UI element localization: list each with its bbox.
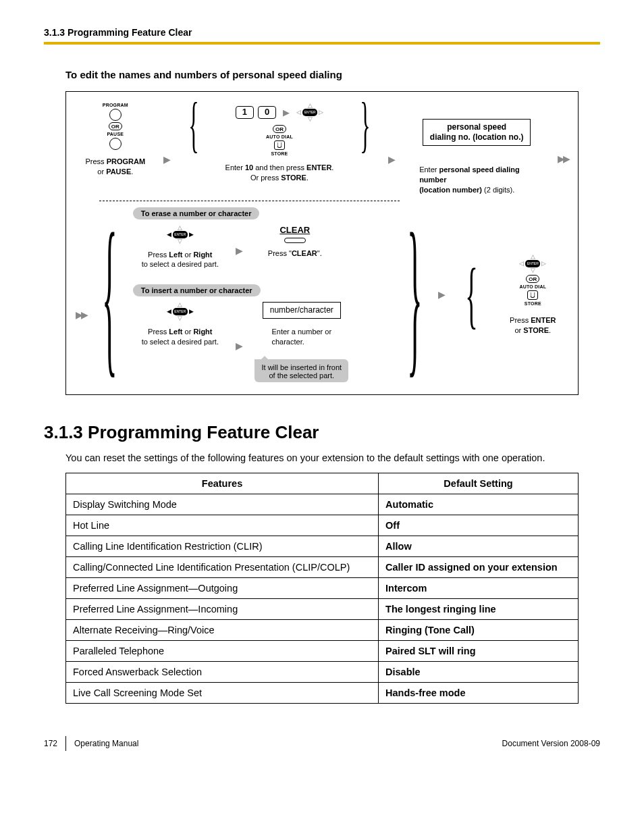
features-table: Features Default Setting Display Switchi… [65, 473, 579, 704]
store-button-icon [527, 290, 538, 300]
or-pill-icon: OR [526, 275, 539, 283]
cap2g: STORE [281, 174, 306, 182]
autodial-label: AUTO DIAL [519, 284, 546, 289]
feature-cell: Alternate Receiving—Ring/Voice [66, 619, 379, 640]
key-1: 1 [236, 106, 254, 118]
personal-speed-box: personal speeddialing no. (location no.) [423, 119, 531, 146]
feature-cell: Calling Line Identification Restriction … [66, 536, 379, 556]
cap3c: (location number) [419, 186, 482, 194]
default-cell: Caller ID assigned on your extension [379, 556, 579, 577]
store-label: STORE [525, 301, 541, 306]
arrow-icon: ▶ [163, 154, 171, 165]
arrow-icon: ▶ [438, 289, 446, 300]
feature-cell: Preferred Line Assignment—Incoming [66, 598, 379, 619]
pause-button-icon [109, 138, 122, 150]
insert-note: It will be inserted in frontof the selec… [254, 359, 348, 382]
store-button-icon [274, 140, 285, 150]
default-cell: The longest ringing line [379, 598, 579, 619]
default-cell: Ringing (Tone Call) [379, 619, 579, 640]
arrow-icon: ▶▶ [558, 153, 568, 164]
table-row: Live Call Screening Mode SetHands-free m… [66, 682, 579, 703]
table-row: Alternate Receiving—Ring/VoiceRinging (T… [66, 619, 579, 640]
table-row: Paralleled TelephonePaired SLT will ring [66, 640, 579, 661]
default-cell: Disable [379, 661, 579, 682]
enter-nav-icon: △ ◀ENTER▶ ▽ [167, 302, 194, 321]
page-footer: 172 Operating Manual Document Version 20… [44, 736, 600, 751]
default-cell: Automatic [379, 494, 579, 515]
default-cell: Allow [379, 536, 579, 556]
manual-name: Operating Manual [74, 739, 138, 748]
cap2a: Enter [225, 163, 245, 172]
cap1b: PROGRAM [107, 157, 145, 165]
number-character-box: number/character [263, 302, 341, 319]
or-pill-icon: OR [109, 122, 122, 130]
table-row: Preferred Line Assignment—OutgoingInterc… [66, 577, 579, 598]
default-cell: Off [379, 515, 579, 536]
section-title: 3.1.3 Programming Feature Clear [44, 422, 600, 443]
cap2e: . [331, 163, 333, 172]
table-row: Display Switching ModeAutomatic [66, 494, 579, 515]
enter-nav-icon: △ ◁ENTER▷ ▽ [519, 254, 546, 273]
feature-cell: Preferred Line Assignment—Outgoing [66, 577, 379, 598]
cap3a: Enter [419, 165, 439, 174]
feature-cell: Calling/Connected Line Identification Pr… [66, 556, 379, 577]
mini-arrow-icon: ▶ [283, 107, 290, 118]
header-rule [44, 42, 600, 45]
autodial-label: AUTO DIAL [266, 134, 293, 139]
feature-cell: Display Switching Mode [66, 494, 379, 515]
th-features: Features [66, 473, 379, 494]
cap2d: ENTER [306, 163, 331, 172]
page-number: 172 [44, 739, 57, 748]
insert-heading: To insert a number or character [133, 284, 261, 296]
brace-icon: { [188, 103, 198, 146]
brace-icon: { [465, 269, 477, 321]
brace-icon: } [360, 103, 370, 146]
arrow-icon: ▶▶ [76, 309, 86, 320]
cap2f: Or press [250, 174, 281, 182]
cap3d: (2 digits). [482, 186, 514, 194]
cap1d: PAUSE [106, 167, 131, 176]
erase-heading: To erase a number or character [133, 207, 260, 219]
th-default: Default Setting [379, 473, 579, 494]
flow-diagram: PROGRAM OR PAUSE Press PROGRAM or PAUSE.… [65, 91, 579, 395]
arrow-icon: ▶ [236, 340, 243, 351]
table-row: Calling/Connected Line Identification Pr… [66, 556, 579, 577]
breadcrumb: 3.1.3 Programming Feature Clear [44, 27, 600, 38]
enter-nav-icon: △ ◁ENTER▷ ▽ [296, 103, 323, 122]
table-row: Preferred Line Assignment—IncomingThe lo… [66, 598, 579, 619]
brace-icon: } [407, 223, 422, 367]
feature-cell: Live Call Screening Mode Set [66, 682, 379, 703]
table-row: Forced Answerback SelectionDisable [66, 661, 579, 682]
key-0: 0 [258, 106, 276, 118]
enter-nav-icon: △ ◀ENTER▶ ▽ [167, 225, 194, 244]
store-label: STORE [271, 151, 288, 156]
cap2b: 10 [245, 163, 253, 172]
or-pill-icon: OR [273, 125, 286, 133]
cap2h: . [306, 174, 308, 182]
cap1a: Press [86, 157, 107, 165]
edit-heading: To edit the names and numbers of persona… [65, 69, 600, 80]
arrow-icon: ▶ [236, 245, 243, 256]
table-row: Calling Line Identification Restriction … [66, 536, 579, 556]
pause-label: PAUSE [107, 132, 124, 136]
default-cell: Hands-free mode [379, 682, 579, 703]
default-cell: Intercom [379, 577, 579, 598]
clear-key-icon: CLEAR [279, 225, 310, 243]
arrow-icon: ▶ [388, 154, 396, 165]
cap2c: and then press [253, 163, 306, 172]
cap1e: . [131, 167, 133, 176]
table-row: Hot LineOff [66, 515, 579, 536]
program-button-icon [109, 109, 122, 121]
feature-cell: Forced Answerback Selection [66, 661, 379, 682]
brace-icon: { [102, 223, 117, 367]
program-label: PROGRAM [103, 103, 128, 107]
feature-cell: Paralleled Telephone [66, 640, 379, 661]
doc-version: Document Version 2008-09 [502, 739, 600, 748]
feature-cell: Hot Line [66, 515, 379, 536]
cap1c: or [97, 167, 106, 176]
section-intro: You can reset the settings of the follow… [65, 452, 579, 463]
default-cell: Paired SLT will ring [379, 640, 579, 661]
